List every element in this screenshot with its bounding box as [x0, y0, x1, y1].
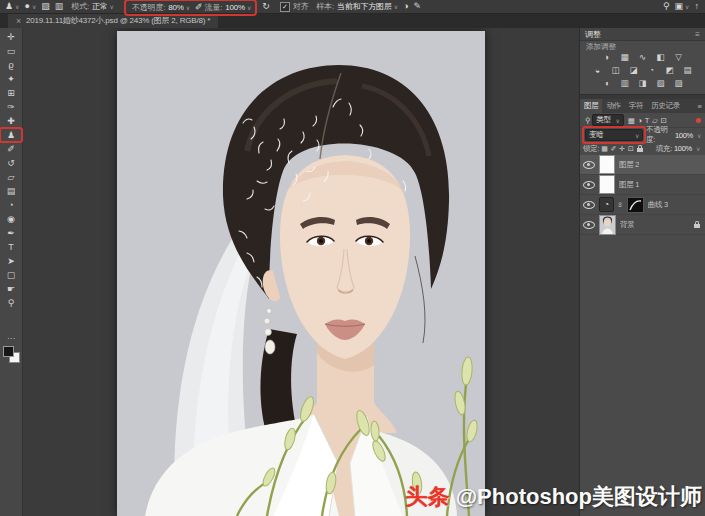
aligned-checkbox[interactable]: ✓: [280, 2, 290, 12]
eyedropper-tool-icon[interactable]: ✑: [0, 100, 22, 114]
invert-icon[interactable]: ◖: [601, 78, 613, 89]
visibility-eye-icon[interactable]: [583, 221, 595, 229]
chevron-down-icon[interactable]: ∨: [696, 145, 700, 152]
lasso-tool-icon[interactable]: ϱ: [0, 58, 22, 72]
tab-history[interactable]: 历史记录: [647, 99, 684, 113]
toolbar-ellipsis-icon[interactable]: ⋯: [0, 334, 22, 343]
visibility-eye-icon[interactable]: [583, 161, 595, 169]
vibrance-icon[interactable]: ▽: [673, 52, 685, 63]
filter-toggle-icon[interactable]: [696, 118, 701, 123]
mask-link-icon[interactable]: ∞: [617, 202, 624, 207]
lock-position-icon[interactable]: ✛: [619, 145, 625, 153]
visibility-eye-icon[interactable]: [583, 201, 595, 209]
flow-value[interactable]: 100%: [225, 3, 245, 12]
lock-transparent-icon[interactable]: ▦: [601, 145, 607, 153]
chevron-down-icon[interactable]: ∨: [110, 3, 114, 10]
layer-name[interactable]: 图层 2: [619, 160, 639, 170]
filter-type-dropdown[interactable]: 类型 ∨: [592, 114, 624, 126]
layer-opacity-value[interactable]: 100%: [675, 131, 693, 140]
foreground-color-swatch[interactable]: [3, 346, 14, 357]
crop-tool-icon[interactable]: ⊞: [0, 86, 22, 100]
ignore-adjustment-layers-icon[interactable]: ◑: [403, 0, 408, 13]
layer-thumbnail[interactable]: [599, 215, 616, 235]
exposure-icon[interactable]: ◧: [655, 52, 667, 63]
adjustments-panel-header[interactable]: 调整 ≡: [580, 28, 705, 41]
fill-value[interactable]: 100%: [674, 144, 692, 153]
gradient-tool-icon[interactable]: ▤: [0, 184, 22, 198]
visibility-eye-icon[interactable]: [583, 181, 595, 189]
layer-row-layer2[interactable]: 图层 2: [580, 155, 705, 175]
spot-healing-tool-icon[interactable]: ✚: [0, 114, 22, 128]
color-lookup-icon[interactable]: ▤: [682, 65, 694, 76]
pressure-size-icon[interactable]: ✎: [414, 0, 422, 13]
chevron-down-icon[interactable]: ∨: [15, 3, 19, 10]
layer-thumbnail[interactable]: [599, 155, 615, 174]
eraser-tool-icon[interactable]: ▱: [0, 170, 22, 184]
chevron-down-icon[interactable]: ∨: [32, 3, 36, 10]
curves-icon[interactable]: ∿: [637, 52, 649, 63]
layer-thumbnail[interactable]: [599, 175, 615, 194]
history-brush-tool-icon[interactable]: ↺: [0, 156, 22, 170]
filter-smart-icon[interactable]: ⊡: [661, 116, 667, 125]
panel-menu-icon[interactable]: ≡: [695, 30, 700, 39]
layer-row-layer1[interactable]: 图层 1: [580, 175, 705, 195]
black-white-icon[interactable]: ◪: [628, 65, 640, 76]
dodge-tool-icon[interactable]: ◉: [0, 212, 22, 226]
tab-layers[interactable]: 图层: [580, 99, 602, 113]
lock-pixels-icon[interactable]: ✐: [611, 145, 617, 153]
layer-name[interactable]: 背景: [620, 220, 634, 230]
hand-tool-icon[interactable]: ☛: [0, 282, 22, 296]
threshold-icon[interactable]: ◨: [637, 78, 649, 89]
active-tool-preview-icon[interactable]: ♟: [5, 0, 13, 13]
toggle-brushes-panel-icon[interactable]: ▥: [55, 0, 64, 13]
path-select-tool-icon[interactable]: ➤: [0, 254, 22, 268]
selective-color-icon[interactable]: ▨: [673, 78, 685, 89]
chevron-down-icon[interactable]: ∨: [685, 3, 689, 10]
posterize-icon[interactable]: ▥: [619, 78, 631, 89]
clone-stamp-tool-icon[interactable]: ♟: [0, 128, 22, 142]
lock-artboard-icon[interactable]: ⊡: [628, 145, 634, 153]
panel-menu-icon[interactable]: ≡: [698, 99, 705, 113]
layer-name[interactable]: 图层 1: [619, 180, 639, 190]
layer-row-background[interactable]: 背景: [580, 215, 705, 235]
channel-mixer-icon[interactable]: ◩: [664, 65, 676, 76]
search-icon[interactable]: ⚲: [663, 0, 670, 13]
brush-angle-icon[interactable]: ↻: [262, 0, 270, 13]
canvas-pasteboard[interactable]: [22, 28, 580, 516]
color-balance-icon[interactable]: ◫: [610, 65, 622, 76]
magic-wand-tool-icon[interactable]: ✦: [0, 72, 22, 86]
filter-pixel-icon[interactable]: ▦: [628, 116, 635, 125]
document-canvas[interactable]: [117, 31, 485, 516]
zoom-tool-icon[interactable]: ⚲: [0, 296, 22, 310]
brightness-contrast-icon[interactable]: ◑: [601, 52, 613, 63]
layer-mask-thumbnail[interactable]: [627, 197, 644, 213]
filter-shape-icon[interactable]: ▱: [652, 116, 657, 125]
mode-value[interactable]: 正常: [92, 1, 108, 12]
sample-value[interactable]: 当前和下方图层: [337, 1, 392, 12]
hue-saturation-icon[interactable]: ◒: [592, 65, 604, 76]
gradient-map-icon[interactable]: ▧: [655, 78, 667, 89]
chevron-down-icon[interactable]: ∨: [247, 4, 251, 11]
chevron-down-icon[interactable]: ∨: [394, 3, 398, 10]
brush-preset-picker-icon[interactable]: ●: [24, 0, 29, 13]
filter-adjustment-icon[interactable]: ◑: [638, 116, 642, 125]
blur-tool-icon[interactable]: ◔: [0, 198, 22, 212]
search-icon[interactable]: ⚲: [585, 116, 590, 125]
share-icon[interactable]: ↑: [695, 0, 700, 13]
chevron-down-icon[interactable]: ∨: [186, 4, 190, 11]
photo-filter-icon[interactable]: ◔: [646, 65, 658, 76]
airbrush-icon[interactable]: ✐: [195, 1, 203, 14]
pen-tool-icon[interactable]: ✒: [0, 226, 22, 240]
layer-row-curves3[interactable]: ◔ ∞ 曲线 3: [580, 195, 705, 215]
layer-name[interactable]: 曲线 3: [648, 200, 668, 210]
lock-all-icon[interactable]: [637, 148, 643, 152]
tab-actions[interactable]: 动作: [602, 99, 624, 113]
tab-character[interactable]: 字符: [625, 99, 647, 113]
toggle-brush-settings-icon[interactable]: ▨: [41, 0, 50, 13]
move-tool-icon[interactable]: ✛: [0, 30, 22, 44]
brush-tool-icon[interactable]: ✐: [0, 142, 22, 156]
marquee-tool-icon[interactable]: ▭: [0, 44, 22, 58]
color-swatches[interactable]: [3, 346, 20, 363]
blend-mode-dropdown[interactable]: 变暗 ∨: [585, 129, 643, 141]
opacity-value[interactable]: 80%: [168, 3, 183, 12]
